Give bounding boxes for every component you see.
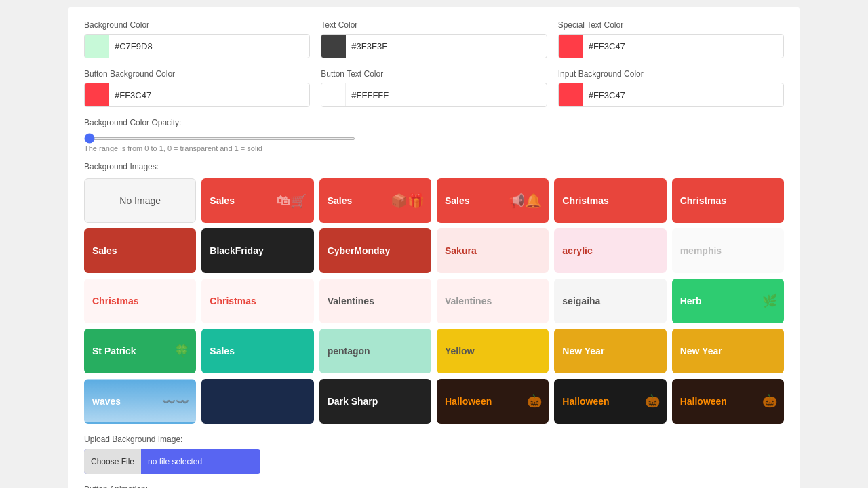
background-color-field: Background Color (84, 20, 310, 58)
bg-tile-dark-sharp[interactable]: Dark Sharp (319, 379, 431, 424)
button-text-color-swatch[interactable] (321, 83, 346, 107)
bg-tile-waves[interactable]: waves〰️〰️ (84, 379, 196, 424)
bg-images-grid: No ImageSales🛍🛒Sales📦🎁Sales📢🔔ChristmasCh… (84, 178, 784, 424)
input-bg-color-swatch[interactable] (559, 83, 583, 107)
bg-tile-dark-1[interactable] (201, 379, 313, 424)
special-text-color-input-wrap (558, 34, 784, 58)
bg-tile-sales-1[interactable]: Sales🛍🛒 (201, 178, 313, 223)
input-bg-color-input-wrap (558, 83, 784, 107)
bg-tile-halloween-1[interactable]: Halloween🎃 (437, 379, 549, 424)
bg-tile-sales-2[interactable]: Sales📦🎁 (319, 178, 431, 223)
opacity-slider[interactable] (84, 137, 355, 140)
upload-label: Upload Background Image: (84, 434, 784, 444)
special-text-color-field: Special Text Color (558, 20, 784, 58)
bg-tile-no-image[interactable]: No Image (84, 178, 196, 223)
bg-tile-sakura[interactable]: Sakura (437, 228, 549, 273)
bg-tile-black-friday[interactable]: BlackFriday (201, 228, 313, 273)
text-color-input-wrap (321, 34, 547, 58)
bg-tile-christmas-4[interactable]: Christmas (201, 279, 313, 323)
bg-tile-halloween-3[interactable]: Halloween🎃 (672, 379, 784, 424)
bg-tile-cyber-monday[interactable]: CyberMonday (319, 228, 431, 273)
bg-tile-yellow[interactable]: Yellow (437, 329, 549, 373)
bg-images-section: Background Images: No ImageSales🛍🛒Sales📦… (84, 162, 784, 424)
button-bg-color-field: Button Background Color (84, 69, 310, 107)
opacity-section: Background Color Opacity: The range is f… (84, 118, 784, 152)
button-text-color-input-wrap (321, 83, 547, 107)
background-color-label: Background Color (84, 20, 310, 30)
bg-tile-new-year-1[interactable]: New Year (554, 329, 666, 373)
button-bg-color-swatch[interactable] (85, 83, 109, 107)
input-bg-color-input[interactable] (583, 90, 783, 100)
background-color-swatch[interactable] (85, 34, 109, 58)
bg-tile-herb[interactable]: Herb🌿 (672, 279, 784, 323)
special-text-color-swatch[interactable] (559, 34, 583, 58)
background-color-input[interactable] (109, 41, 309, 52)
button-bg-color-input-wrap (84, 83, 310, 107)
animation-section: Button Animation: No AnimationEmittingBo… (84, 485, 784, 488)
button-text-color-input[interactable] (346, 90, 546, 100)
special-text-color-label: Special Text Color (558, 20, 784, 30)
opacity-hint: The range is from 0 to 1, 0 = transparen… (84, 144, 784, 152)
bg-tile-new-year-2[interactable]: New Year (672, 329, 784, 373)
bg-images-label: Background Images: (84, 162, 784, 171)
opacity-label: Background Color Opacity: (84, 118, 784, 127)
text-color-input[interactable] (346, 41, 546, 52)
bg-tile-christmas-3[interactable]: Christmas (84, 279, 196, 323)
background-color-input-wrap (84, 34, 310, 58)
bg-tile-memphis[interactable]: memphis (672, 228, 784, 273)
text-color-field: Text Color (321, 20, 547, 58)
bg-tile-sales-3[interactable]: Sales📢🔔 (437, 178, 549, 223)
special-text-color-input[interactable] (583, 41, 783, 52)
bg-tile-st-patrick[interactable]: St Patrick🍀 (84, 329, 196, 373)
bg-tile-christmas-1[interactable]: Christmas (554, 178, 666, 223)
bg-tile-halloween-2[interactable]: Halloween🎃 (554, 379, 666, 424)
input-bg-color-field: Input Background Color (558, 69, 784, 107)
button-text-color-field: Button Text Color (321, 69, 547, 107)
bg-tile-valentines-1[interactable]: Valentines (319, 279, 431, 323)
upload-section: Upload Background Image: Choose File no … (84, 434, 784, 474)
button-bg-color-input[interactable] (109, 90, 309, 100)
bg-tile-seigaiha[interactable]: seigaiha (554, 279, 666, 323)
button-bg-color-label: Button Background Color (84, 69, 310, 79)
bg-tile-sales-green[interactable]: Sales (201, 329, 313, 373)
text-color-label: Text Color (321, 20, 547, 30)
bg-tile-acrylic[interactable]: acrylic (554, 228, 666, 273)
bg-tile-christmas-2[interactable]: Christmas (672, 178, 784, 223)
upload-btn-wrap: Choose File no file selected (84, 449, 260, 474)
button-text-color-label: Button Text Color (321, 69, 547, 79)
file-name-display: no file selected (141, 457, 209, 466)
bg-tile-valentines-2[interactable]: Valentines (437, 279, 549, 323)
choose-file-button[interactable]: Choose File (84, 449, 141, 474)
animation-label: Button Animation: (84, 485, 784, 488)
input-bg-color-label: Input Background Color (558, 69, 784, 79)
bg-tile-sales-4[interactable]: Sales (84, 228, 196, 273)
bg-tile-pentagon[interactable]: pentagon (319, 329, 431, 373)
text-color-swatch[interactable] (321, 34, 346, 58)
